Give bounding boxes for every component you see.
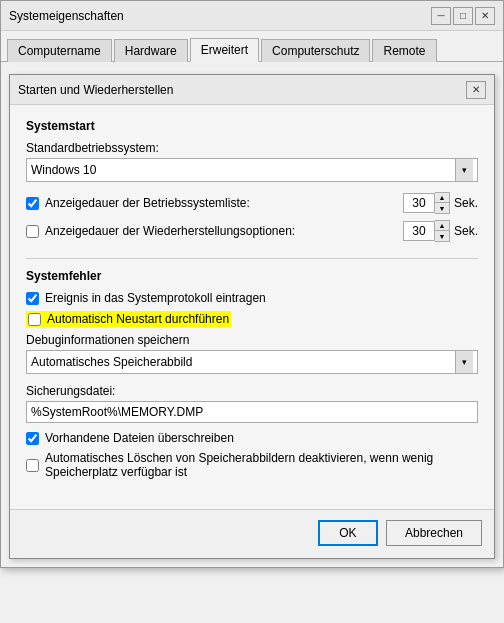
neustart-highlight: Automatisch Neustart durchführen xyxy=(26,311,231,327)
vorhandene-checkbox[interactable] xyxy=(26,432,39,445)
title-bar-controls: ─ □ ✕ xyxy=(431,7,495,25)
debug-label: Debuginformationen speichern xyxy=(26,333,478,347)
sek1-label: Sek. xyxy=(454,196,478,210)
vorhandene-row: Vorhandene Dateien überschreiben xyxy=(26,431,478,445)
debug-dropdown-arrow: ▾ xyxy=(455,351,473,373)
spinner2-buttons: ▲ ▼ xyxy=(435,220,450,242)
os-dropdown[interactable]: Windows 10 ▾ xyxy=(26,158,478,182)
spinner1-input[interactable] xyxy=(403,193,435,213)
spinner1-control: ▲ ▼ xyxy=(403,192,450,214)
sicherung-input[interactable] xyxy=(26,401,478,423)
inner-dialog: Starten und Wiederherstellen ✕ Systemsta… xyxy=(9,74,495,559)
wiederherstellung-label: Anzeigedauer der Wiederherstellungsoptio… xyxy=(45,224,399,238)
inner-title-bar: Starten und Wiederherstellen ✕ xyxy=(10,75,494,105)
os-dropdown-value: Windows 10 xyxy=(31,163,455,177)
os-dropdown-arrow: ▾ xyxy=(455,159,473,181)
systemfehler-group: Systemfehler Ereignis in das Systemproto… xyxy=(26,269,478,479)
ereignis-checkbox[interactable] xyxy=(26,292,39,305)
wiederherstellung-checkbox[interactable] xyxy=(26,225,39,238)
spinner1-up[interactable]: ▲ xyxy=(435,193,449,203)
cancel-button[interactable]: Abbrechen xyxy=(386,520,482,546)
betriebssystem-checkbox[interactable] xyxy=(26,197,39,210)
loeschen-row: Automatisches Löschen von Speicherabbild… xyxy=(26,451,478,479)
outer-window: Systemeigenschaften ─ □ ✕ Computername H… xyxy=(0,0,504,568)
systemstart-group: Systemstart Standardbetriebssystem: Wind… xyxy=(26,119,478,242)
inner-content: Systemstart Standardbetriebssystem: Wind… xyxy=(10,105,494,509)
loeschen-checkbox[interactable] xyxy=(26,459,39,472)
spinner2-control: ▲ ▼ xyxy=(403,220,450,242)
tab-computerschutz[interactable]: Computerschutz xyxy=(261,39,370,62)
checkbox2-row: Anzeigedauer der Wiederherstellungsoptio… xyxy=(26,220,478,242)
systemstart-label: Systemstart xyxy=(26,119,478,133)
tab-hardware[interactable]: Hardware xyxy=(114,39,188,62)
neustart-label: Automatisch Neustart durchführen xyxy=(47,312,229,326)
inner-close-button[interactable]: ✕ xyxy=(466,81,486,99)
debug-dropdown-value: Automatisches Speicherabbild xyxy=(31,355,455,369)
betriebssystem-label: Anzeigedauer der Betriebssystemliste: xyxy=(45,196,399,210)
dropdown-label: Standardbetriebssystem: xyxy=(26,141,478,155)
debug-group: Debuginformationen speichern Automatisch… xyxy=(26,333,478,374)
tab-remote[interactable]: Remote xyxy=(372,39,436,62)
neustart-checkbox[interactable] xyxy=(28,313,41,326)
tab-erweitert[interactable]: Erweitert xyxy=(190,38,259,62)
ereignis-row: Ereignis in das Systemprotokoll eintrage… xyxy=(26,291,478,305)
tab-bar: Computername Hardware Erweitert Computer… xyxy=(1,31,503,62)
inner-dialog-title: Starten und Wiederherstellen xyxy=(18,83,173,97)
spinner2-input[interactable] xyxy=(403,221,435,241)
debug-dropdown[interactable]: Automatisches Speicherabbild ▾ xyxy=(26,350,478,374)
tab-computername[interactable]: Computername xyxy=(7,39,112,62)
ereignis-label: Ereignis in das Systemprotokoll eintrage… xyxy=(45,291,266,305)
spinner1-down[interactable]: ▼ xyxy=(435,203,449,213)
sek2-label: Sek. xyxy=(454,224,478,238)
maximize-button[interactable]: □ xyxy=(453,7,473,25)
minimize-button[interactable]: ─ xyxy=(431,7,451,25)
spinner2-down[interactable]: ▼ xyxy=(435,231,449,241)
checkbox1-row: Anzeigedauer der Betriebssystemliste: ▲ … xyxy=(26,192,478,214)
sicherung-label: Sicherungsdatei: xyxy=(26,384,478,398)
systemfehler-label: Systemfehler xyxy=(26,269,478,283)
ok-button[interactable]: OK xyxy=(318,520,378,546)
vorhandene-label: Vorhandene Dateien überschreiben xyxy=(45,431,234,445)
button-row: OK Abbrechen xyxy=(10,509,494,558)
title-bar: Systemeigenschaften ─ □ ✕ xyxy=(1,1,503,31)
tab-content: Starten und Wiederherstellen ✕ Systemsta… xyxy=(1,62,503,559)
close-button[interactable]: ✕ xyxy=(475,7,495,25)
loeschen-label: Automatisches Löschen von Speicherabbild… xyxy=(45,451,478,479)
outer-window-title: Systemeigenschaften xyxy=(9,9,124,23)
dropdown-row: Standardbetriebssystem: Windows 10 ▾ xyxy=(26,141,478,182)
neustart-row: Automatisch Neustart durchführen xyxy=(26,311,478,327)
spinner1-buttons: ▲ ▼ xyxy=(435,192,450,214)
spinner2-up[interactable]: ▲ xyxy=(435,221,449,231)
separator xyxy=(26,258,478,259)
